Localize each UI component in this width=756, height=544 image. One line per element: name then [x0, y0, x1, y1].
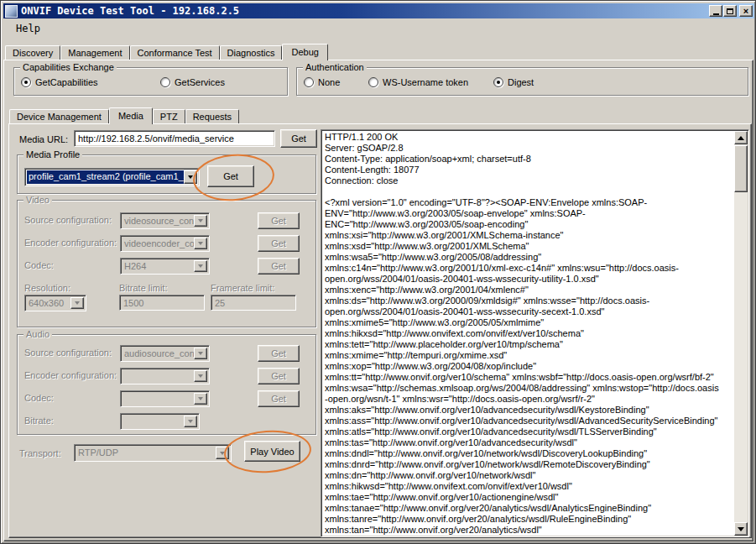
tab-media[interactable]: Media [109, 107, 153, 124]
audio-source-label: Source configuration: [24, 348, 112, 358]
tab-debug[interactable]: Debug [282, 44, 327, 60]
media-url-label: Media URL: [19, 134, 68, 144]
radio-button-icon [368, 77, 378, 87]
audio-codec-combo[interactable] [120, 390, 210, 407]
scroll-down-button[interactable] [734, 522, 748, 536]
radio-button-icon [160, 77, 170, 87]
audio-source-combo[interactable]: audiosource_config_cam [120, 345, 210, 362]
audio-encoder-get-button[interactable]: Get [258, 368, 300, 384]
radio-none[interactable]: None [304, 77, 340, 87]
resolution-label: Resolution: [24, 283, 70, 293]
audio-encoder-combo[interactable] [120, 368, 210, 384]
authentication-group-title: Authentication [303, 62, 367, 73]
video-source-combo[interactable]: videosource_config_cam [120, 212, 210, 229]
radio-none-label: None [318, 77, 340, 87]
radio-digest[interactable]: Digest [493, 77, 534, 87]
audio-encoder-dropdown-button[interactable] [194, 370, 207, 382]
arrow-up-icon [738, 136, 744, 140]
audio-codec-dropdown-button[interactable] [194, 393, 207, 405]
audio-source-get-button[interactable]: Get [258, 345, 300, 362]
video-codec-get-button[interactable]: Get [258, 258, 300, 275]
radio-digest-label: Digest [508, 77, 534, 87]
video-codec-combo[interactable]: H264 [120, 258, 210, 275]
audio-encoder-combo-value [123, 370, 194, 382]
maximize-icon [727, 8, 733, 14]
debug-page: Capabilities Exchange GetCapabilities Ge… [3, 60, 753, 541]
audio-codec-get-button[interactable]: Get [258, 390, 300, 407]
audio-bitrate-label: Bitrate: [24, 416, 54, 426]
close-icon: × [743, 7, 748, 15]
audio-source-dropdown-button[interactable] [194, 348, 207, 359]
scrollbar-thumb[interactable] [734, 145, 748, 192]
menu-help[interactable]: Help [10, 21, 46, 36]
radio-getservices[interactable]: GetServices [160, 77, 225, 87]
transport-combo-value: RTP/UDP [76, 447, 216, 459]
audio-bitrate-combo-value [123, 416, 184, 427]
radio-getcapabilities-label: GetCapabilities [35, 77, 98, 87]
response-output[interactable]: HTTP/1.1 200 OK Server: gSOAP/2.8 Conten… [321, 129, 749, 537]
video-codec-label: Codec: [24, 260, 54, 270]
radio-getcapabilities[interactable]: GetCapabilities [21, 77, 98, 87]
chevron-down-icon [198, 242, 203, 245]
video-encoder-combo[interactable]: videoencoder_config_cai [120, 235, 210, 252]
title-bar[interactable]: ONVIF Device Test Tool - 192.168.2.5 × [3, 3, 754, 18]
audio-codec-combo-value [123, 393, 194, 405]
framerate-limit-label: Framerate limit: [211, 283, 274, 293]
chevron-down-icon [198, 219, 203, 222]
radio-button-icon [304, 77, 314, 87]
resolution-combo[interactable]: 640x360 [24, 295, 86, 311]
scroll-up-button[interactable] [734, 131, 748, 144]
framerate-limit-input[interactable]: 25 [211, 295, 296, 311]
video-source-label: Source configuration: [24, 215, 112, 225]
video-codec-dropdown-button[interactable] [194, 260, 207, 272]
minimize-icon [713, 13, 719, 15]
radio-ws-username-token[interactable]: WS-Username token [368, 77, 468, 87]
video-encoder-dropdown-button[interactable] [194, 238, 207, 249]
chevron-down-icon [198, 397, 203, 400]
tab-conformance-test[interactable]: Conformance Test [130, 45, 220, 60]
window-controls: × [708, 5, 753, 17]
audio-codec-label: Codec: [24, 393, 54, 403]
transport-combo[interactable]: RTP/UDP [74, 444, 232, 462]
capabilities-exchange-group: Capabilities Exchange GetCapabilities Ge… [13, 67, 288, 96]
radio-ws-username-label: WS-Username token [383, 77, 468, 87]
media-profile-combo[interactable]: profile_cam1_stream2 (profile_cam1_s [24, 168, 200, 186]
media-profile-combo-value: profile_cam1_stream2 (profile_cam1_s [27, 170, 184, 184]
tab-device-management[interactable]: Device Management [9, 109, 109, 123]
resolution-combo-value: 640x360 [27, 297, 70, 309]
audio-bitrate-combo[interactable] [120, 413, 200, 430]
audio-bitrate-dropdown-button[interactable] [184, 416, 197, 427]
tab-requests[interactable]: Requests [185, 109, 239, 123]
resolution-dropdown-button[interactable] [70, 297, 84, 309]
tab-discovery[interactable]: Discovery [5, 45, 60, 60]
video-source-get-button[interactable]: Get [258, 212, 300, 229]
media-profile-group-title: Media Profile [23, 149, 82, 160]
arrow-down-icon [738, 527, 744, 531]
bitrate-limit-label: Bitrate limit: [119, 283, 167, 293]
tab-diagnostics[interactable]: Diagnostics [220, 45, 283, 60]
media-url-input[interactable]: http://192.168.2.5/onvif/media_service [74, 130, 275, 147]
vertical-scrollbar[interactable] [734, 131, 748, 536]
tab-management[interactable]: Management [60, 45, 129, 60]
video-group: Video Source configuration: videosource_… [17, 200, 316, 327]
video-codec-combo-value: H264 [123, 260, 194, 272]
video-group-title: Video [23, 195, 52, 206]
close-button[interactable]: × [739, 5, 753, 17]
audio-group-title: Audio [23, 329, 52, 340]
authentication-group: Authentication None WS-Username token Di… [296, 67, 748, 96]
response-text: HTTP/1.1 200 OK Server: gSOAP/2.8 Conten… [325, 132, 733, 535]
capabilities-group-title: Capabilities Exchange [20, 62, 117, 73]
chevron-down-icon [198, 264, 203, 268]
radio-button-icon [493, 77, 503, 87]
tab-ptz[interactable]: PTZ [153, 109, 185, 123]
media-page: Media URL: http://192.168.2.5/onvif/medi… [8, 123, 752, 538]
window-title: ONVIF Device Test Tool - 192.168.2.5 [21, 5, 239, 17]
chevron-down-icon [198, 374, 203, 378]
minimize-button[interactable] [709, 5, 722, 17]
media-url-get-button[interactable]: Get [280, 129, 317, 148]
transport-label: Transport: [19, 448, 61, 458]
maximize-button[interactable] [723, 5, 737, 17]
video-source-dropdown-button[interactable] [194, 215, 207, 227]
video-encoder-get-button[interactable]: Get [258, 235, 300, 252]
bitrate-limit-input[interactable]: 1500 [119, 295, 205, 311]
